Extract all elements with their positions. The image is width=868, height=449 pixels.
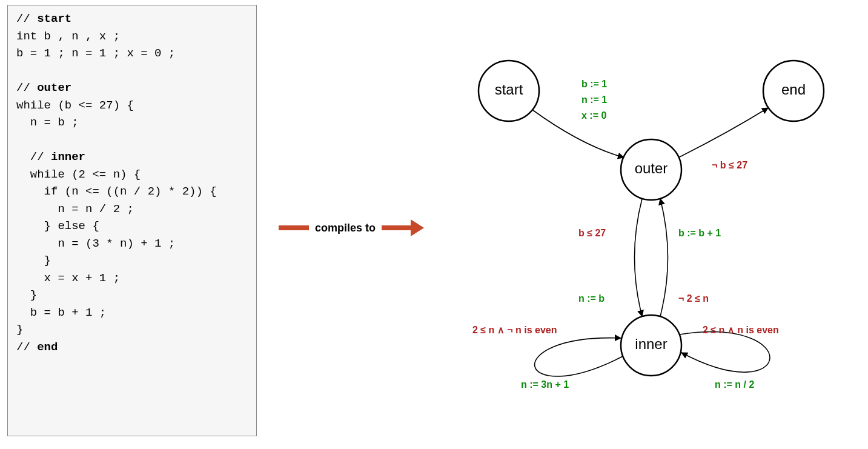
code-line: } <box>16 254 51 267</box>
edge-label: n := 3n + 1 <box>521 379 569 390</box>
node-end-label: end <box>781 81 806 98</box>
edge-label: n := b <box>578 293 605 304</box>
code-line: } else { <box>16 219 99 233</box>
code-line: x = x + 1 ; <box>16 271 120 285</box>
edge-label: b := b + 1 <box>678 228 721 238</box>
code-line: b = b + 1 ; <box>16 306 106 319</box>
state-diagram: start end outer inner b := 1 n := 1 x :=… <box>448 36 860 424</box>
code-line: } <box>16 323 23 336</box>
arrow-right-icon <box>382 219 424 236</box>
edge-label: ¬ b ≤ 27 <box>712 160 747 170</box>
edge-inner-left-loop <box>535 338 623 376</box>
edge-outer-end <box>678 108 768 158</box>
code-bold: inner <box>51 150 85 164</box>
svg-rect-0 <box>279 225 309 230</box>
svg-rect-1 <box>382 225 411 230</box>
edge-label: n := n / 2 <box>715 379 754 390</box>
edge-label: ¬ 2 ≤ n <box>678 293 709 304</box>
code-panel: // start int b , n , x ; b = 1 ; n = 1 ;… <box>7 5 257 436</box>
code-bold: start <box>37 12 71 25</box>
arrow-left-icon <box>279 221 309 235</box>
node-outer-label: outer <box>635 160 668 176</box>
code-line: // <box>16 341 37 354</box>
edge-inner-right-loop <box>680 332 770 373</box>
compiles-to-label: compiles to <box>279 219 424 236</box>
edge-label: b ≤ 27 <box>578 228 606 238</box>
code-line: n = b ; <box>16 116 79 129</box>
edge-label: b := 1 <box>581 79 607 89</box>
edge-label: 2 ≤ n ∧ n is even <box>703 325 779 335</box>
code-line: // <box>16 150 51 164</box>
edge-inner-outer <box>660 199 668 316</box>
code-bold: outer <box>37 81 71 95</box>
code-line: } <box>16 288 37 302</box>
edge-label: x := 0 <box>581 110 606 121</box>
code-line: b = 1 ; n = 1 ; x = 0 ; <box>16 47 175 60</box>
code-bold: end <box>37 341 58 354</box>
node-start-label: start <box>495 81 523 98</box>
svg-marker-2 <box>411 219 424 236</box>
code-line: if (n <= ((n / 2) * 2)) { <box>16 185 217 198</box>
edge-outer-inner <box>635 199 643 316</box>
node-inner-label: inner <box>635 336 667 352</box>
edge-start-outer <box>533 110 624 158</box>
code-line: // <box>16 12 37 25</box>
code-line: int b , n , x ; <box>16 30 120 43</box>
edge-label: 2 ≤ n ∧ ¬ n is even <box>472 325 557 335</box>
code-line: n = (3 * n) + 1 ; <box>16 237 175 250</box>
compiles-text: compiles to <box>315 222 376 234</box>
code-line: while (b <= 27) { <box>16 99 134 112</box>
code-line: while (2 <= n) { <box>16 168 141 181</box>
code-line: // <box>16 81 37 95</box>
code-line: n = n / 2 ; <box>16 202 134 216</box>
edge-label: n := 1 <box>581 95 607 105</box>
